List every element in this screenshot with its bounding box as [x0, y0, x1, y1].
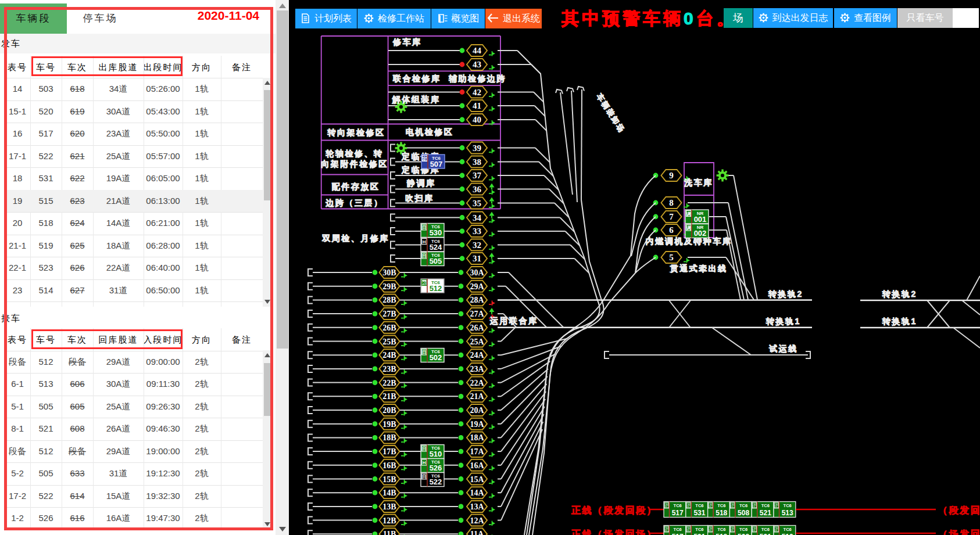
- svg-text:正线（段发回段）: 正线（段发回段）: [571, 505, 657, 516]
- svg-text:日: 日: [422, 253, 427, 258]
- svg-text:试运线: 试运线: [768, 344, 798, 353]
- svg-text:（段发回场）: （段发回场）: [938, 505, 980, 516]
- svg-text:44: 44: [473, 46, 482, 55]
- svg-text:转换轨2: 转换轨2: [882, 289, 917, 299]
- svg-text:TC6: TC6: [739, 503, 747, 508]
- svg-text:30B: 30B: [382, 268, 396, 277]
- svg-text:531: 531: [693, 509, 705, 517]
- svg-text:39: 39: [473, 143, 481, 153]
- svg-text:15A: 15A: [470, 475, 484, 484]
- svg-text:26A: 26A: [470, 324, 484, 332]
- svg-text:检: 检: [421, 281, 427, 286]
- svg-text:29A: 29A: [470, 282, 484, 291]
- svg-text:正: 正: [774, 527, 779, 532]
- svg-text:18A: 18A: [470, 433, 484, 442]
- svg-text:8: 8: [669, 198, 674, 207]
- svg-text:521: 521: [760, 509, 771, 517]
- svg-text:29B: 29B: [382, 282, 396, 291]
- svg-text:19B: 19B: [382, 420, 396, 429]
- svg-text:TC6: TC6: [784, 527, 792, 532]
- svg-text:转换轨1: 转换轨1: [766, 317, 801, 326]
- svg-text:轮轴检修、转: 轮轴检修、转: [326, 149, 384, 158]
- svg-text:14B: 14B: [382, 489, 396, 497]
- svg-text:30A: 30A: [470, 268, 484, 277]
- svg-text:正: 正: [774, 503, 779, 508]
- svg-text:23B: 23B: [382, 365, 396, 374]
- svg-text:512: 512: [430, 284, 442, 293]
- svg-text:16A: 16A: [470, 461, 484, 470]
- svg-text:517: 517: [672, 509, 684, 517]
- svg-text:12B: 12B: [382, 516, 396, 525]
- svg-text:6: 6: [669, 225, 674, 235]
- svg-text:508: 508: [738, 509, 749, 517]
- svg-text:调: 调: [686, 211, 691, 217]
- svg-text:24A: 24A: [470, 351, 484, 360]
- svg-text:507: 507: [430, 160, 443, 168]
- svg-text:42: 42: [473, 88, 481, 97]
- svg-text:001: 001: [694, 215, 707, 224]
- svg-text:20A: 20A: [470, 406, 484, 415]
- svg-text:41: 41: [473, 101, 481, 110]
- svg-text:16B: 16B: [382, 461, 396, 470]
- svg-text:27B: 27B: [382, 310, 396, 318]
- svg-text:TC6: TC6: [761, 503, 770, 508]
- svg-text:日: 日: [422, 474, 427, 479]
- svg-text:TC6: TC6: [739, 527, 747, 532]
- svg-text:31: 31: [473, 254, 481, 263]
- svg-text:37: 37: [473, 171, 482, 180]
- svg-text:转换轨2: 转换轨2: [768, 289, 803, 299]
- svg-text:正: 正: [686, 527, 691, 532]
- svg-text:526: 526: [430, 464, 442, 472]
- svg-text:13A: 13A: [470, 502, 484, 511]
- svg-text:日: 日: [422, 225, 427, 230]
- svg-text:TC6: TC6: [784, 503, 792, 508]
- svg-text:转换轨1: 转换轨1: [882, 317, 917, 326]
- svg-text:5: 5: [669, 253, 674, 262]
- svg-text:H: H: [423, 239, 426, 245]
- svg-text:25B: 25B: [382, 337, 396, 346]
- svg-text:日: 日: [422, 350, 427, 355]
- svg-text:正: 正: [664, 527, 669, 532]
- svg-text:508: 508: [738, 533, 749, 535]
- svg-text:27A: 27A: [470, 310, 484, 318]
- svg-text:25A: 25A: [470, 337, 484, 346]
- svg-text:解体组装库: 解体组装库: [392, 95, 441, 104]
- svg-text:9: 9: [669, 171, 674, 180]
- svg-text:正: 正: [708, 527, 713, 532]
- svg-text:28A: 28A: [470, 296, 484, 304]
- svg-text:（场发回场）: （场发回场）: [938, 529, 980, 535]
- svg-text:23A: 23A: [470, 365, 484, 374]
- svg-text:联合检修库: 联合检修库: [392, 74, 441, 83]
- svg-text:13B: 13B: [382, 502, 396, 511]
- svg-text:28B: 28B: [382, 296, 396, 304]
- svg-text:车辆装卸场: 车辆装卸场: [595, 92, 627, 135]
- svg-text:11B: 11B: [383, 530, 396, 535]
- svg-text:35: 35: [473, 199, 481, 208]
- svg-text:002: 002: [694, 229, 707, 238]
- svg-text:正: 正: [730, 527, 735, 532]
- svg-text:调: 调: [686, 225, 691, 231]
- svg-text:TC6: TC6: [761, 527, 770, 532]
- svg-text:38: 38: [473, 157, 481, 167]
- svg-text:辅助检修边跨: 辅助检修边跨: [448, 74, 506, 83]
- svg-text:转向架检修区: 转向架检修区: [327, 128, 385, 137]
- svg-text:吹扫库: 吹扫库: [405, 193, 434, 203]
- svg-text:TC6: TC6: [674, 503, 682, 508]
- svg-text:修车库: 修车库: [392, 37, 422, 46]
- svg-text:518: 518: [716, 509, 727, 517]
- svg-text:19A: 19A: [470, 420, 484, 429]
- svg-text:11A: 11A: [470, 530, 484, 535]
- svg-text:运用联合库: 运用联合库: [489, 316, 538, 325]
- svg-text:正: 正: [752, 527, 757, 532]
- svg-text:22A: 22A: [470, 379, 484, 387]
- svg-text:双周检、月修库: 双周检、月修库: [321, 234, 389, 243]
- svg-text:TC6: TC6: [717, 527, 725, 532]
- svg-text:14A: 14A: [470, 489, 484, 497]
- svg-text:贯通式牵出线: 贯通式牵出线: [670, 264, 728, 273]
- svg-text:510: 510: [430, 450, 442, 458]
- svg-text:17B: 17B: [382, 447, 396, 456]
- svg-text:34: 34: [473, 213, 482, 222]
- svg-text:522: 522: [430, 477, 442, 486]
- svg-text:15B: 15B: [382, 475, 396, 484]
- svg-text:502: 502: [430, 353, 442, 362]
